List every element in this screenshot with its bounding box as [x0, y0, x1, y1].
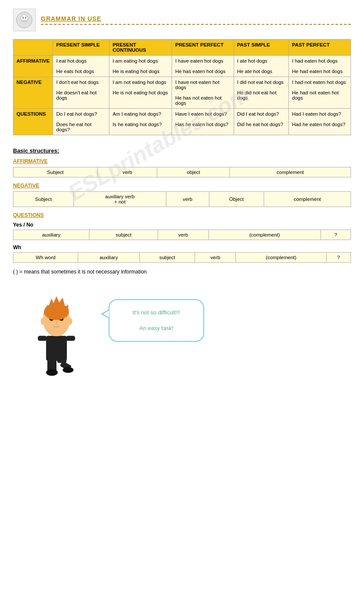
affirmative-col-3: complement	[230, 167, 351, 177]
svg-point-11	[63, 367, 73, 373]
affirmative-col-1: verb	[97, 167, 157, 177]
wh-label: Wh	[13, 244, 351, 250]
table-cell-r1-c2: I have not eaten hot dogsHe has not eate…	[172, 77, 234, 109]
negative-col-0: Subject	[13, 192, 74, 207]
svg-rect-13	[66, 336, 75, 340]
table-cell-r2-c2: Have I eaten hot dogs?Has he eaten hot d…	[172, 109, 234, 135]
yesno-table: auxiliarysubjectverb(complement)?	[13, 230, 351, 240]
table-cell-r1-c4: I had not eaten hot dogsHe had not eaten…	[289, 77, 351, 109]
table-cell-r1-c1: I am not eating hot dogsHe is not eating…	[109, 77, 172, 109]
yesno-col-0: auxiliary	[13, 230, 89, 240]
table-cell-r2-c0: Do I eat hot dogs?Does he eat hot dogs?	[53, 109, 109, 135]
affirmative-table: Subjectverbobjectcomplement	[13, 167, 351, 177]
negative-col-3: Object	[209, 192, 264, 207]
table-cell-r0-c3: I ate hot dogsHe ate hot dogs	[234, 56, 289, 77]
yesno-col-3: (complement)	[208, 230, 321, 240]
svg-rect-12	[38, 336, 47, 340]
svg-point-28	[67, 317, 72, 325]
avatar	[13, 9, 36, 31]
table-cell-r0-c4: I had eaten hot dogsHe had eaten hot dog…	[289, 56, 351, 77]
col-header-present-continuous: PRESENT CONTINUOUS	[109, 40, 172, 56]
negative-col-2: verb	[166, 192, 209, 207]
col-header-past-perfect: PAST PERFECT	[289, 40, 351, 56]
yesno-label: Yes / No	[13, 222, 351, 228]
grammar-table: PRESENT SIMPLE PRESENT CONTINUOUS PRESEN…	[13, 39, 351, 135]
footnote: ( ) = means that sometimes it is not nec…	[13, 269, 351, 275]
table-cell-r2-c3: Did I eat hot dogs?Did he eat hot dogs?	[234, 109, 289, 135]
yesno-col-1: subject	[89, 230, 158, 240]
row-label-1: NEGATIVE	[13, 77, 53, 109]
table-cell-r1-c0: I don't eat hot dogsHe doesn't eat hot d…	[53, 77, 109, 109]
svg-point-2	[23, 17, 24, 19]
col-header-present-perfect: PRESENT PERFECT	[172, 40, 234, 56]
yesno-col-2: verb	[158, 230, 208, 240]
character-illustration	[13, 282, 100, 377]
svg-rect-8	[57, 354, 66, 363]
negative-col-1: auxiliary verb + not	[74, 192, 166, 207]
table-cell-r0-c0: I eat hot dogsHe eats hot dogs	[53, 56, 109, 77]
affirmative-col-0: Subject	[13, 167, 98, 177]
svg-point-27	[41, 317, 46, 325]
table-cell-r0-c2: I have eaten hot dogsHe has eaten hot do…	[172, 56, 234, 77]
table-cell-r2-c4: Had I eaten hot dogs?Had he eaten hot do…	[289, 109, 351, 135]
table-cell-r1-c3: I did not eat hot dogsHe did not eat hot…	[234, 77, 289, 109]
wh-col-1: auxiliary	[78, 253, 139, 263]
affirmative-col-2: object	[157, 167, 230, 177]
wh-col-4: (complement)	[236, 253, 327, 263]
page-title: GRAMMAR IN USE	[41, 15, 351, 25]
questions-label: QUESTIONS	[13, 212, 351, 218]
col-header-present-simple: PRESENT SIMPLE	[53, 40, 109, 56]
svg-point-29	[44, 304, 69, 320]
col-header-past-simple: PAST SIMPLE	[234, 40, 289, 56]
negative-col-4: complement	[264, 192, 351, 207]
page-header: GRAMMAR IN USE	[13, 9, 351, 31]
col-header-empty	[13, 40, 53, 56]
svg-point-3	[25, 17, 26, 19]
speech-line2: An easy task!	[120, 324, 193, 333]
wh-table: Wh wordauxiliarysubjectverb(complement)?	[13, 252, 351, 263]
wh-col-3: verb	[195, 253, 236, 263]
speech-bubble-container: It's not so difficult!!! An easy task!	[109, 299, 204, 342]
negative-table: Subjectauxiliary verb + notverbObjectcom…	[13, 191, 351, 207]
wh-col-2: subject	[139, 253, 195, 263]
svg-point-10	[46, 369, 58, 376]
affirmative-label: AFFIRMATIVE	[13, 158, 351, 164]
basic-structures-title: Basic structures:	[13, 147, 351, 154]
table-cell-r2-c1: Am I eating hot dogs?Is he eating hot do…	[109, 109, 172, 135]
row-label-2: QUESTIONS	[13, 109, 53, 135]
yesno-col-4: ?	[321, 230, 351, 240]
speech-line1: It's not so difficult!!!	[120, 308, 193, 317]
speech-bubble: It's not so difficult!!! An easy task!	[109, 299, 204, 342]
wh-col-0: Wh word	[13, 253, 78, 263]
negative-label: NEGATIVE	[13, 183, 351, 189]
bottom-area: It's not so difficult!!! An easy task!	[13, 282, 351, 377]
row-label-0: AFFIRMATIVE	[13, 56, 53, 77]
svg-point-4	[21, 20, 23, 22]
table-cell-r0-c1: I am eating hot dogsHe is eating hot dog…	[109, 56, 172, 77]
wh-col-5: ?	[327, 253, 351, 263]
svg-point-5	[26, 20, 27, 22]
